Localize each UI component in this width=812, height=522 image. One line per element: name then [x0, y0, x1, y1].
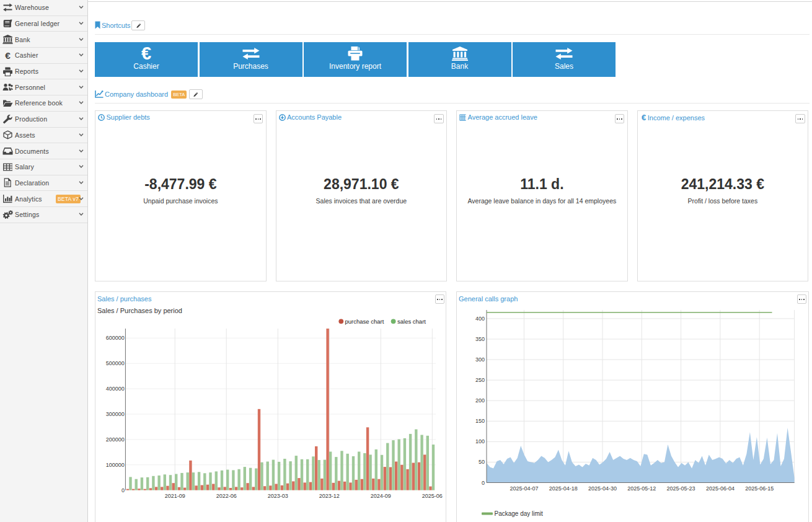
svg-text:€: €: [5, 51, 11, 60]
